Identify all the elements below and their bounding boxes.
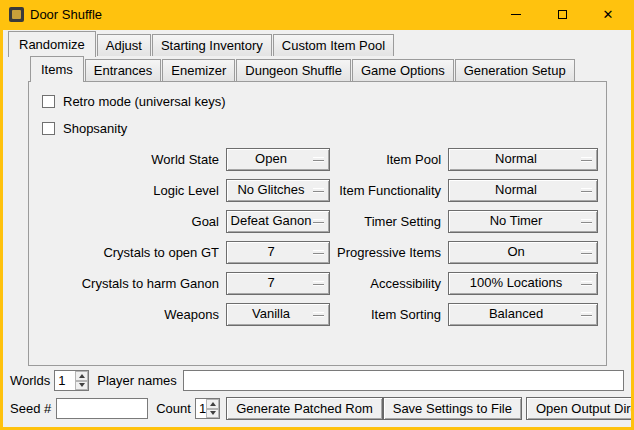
world-state-label: World State <box>151 152 219 167</box>
tab-items[interactable]: Items <box>30 56 84 82</box>
progressive-items-label: Progressive Items <box>337 245 441 260</box>
close-icon: ✕ <box>603 8 614 21</box>
dropdown-indicator-icon <box>313 219 324 223</box>
retro-mode-label: Retro mode (universal keys) <box>63 94 226 109</box>
count-spinner[interactable]: 1 <box>195 398 220 419</box>
shopsanity-row: Shopsanity <box>42 121 596 136</box>
crystals-gt-dropdown[interactable]: 7 <box>226 241 330 264</box>
count-down-button[interactable] <box>206 409 219 419</box>
item-sorting-dropdown[interactable]: Balanced <box>448 303 598 326</box>
tab-starting-inventory[interactable]: Starting Inventory <box>152 34 272 56</box>
bottom-controls: Worlds 1 Player names Seed # Count 1 <box>3 366 631 427</box>
titlebar: Door Shuffle ✕ <box>3 0 631 30</box>
worlds-row: Worlds 1 Player names <box>10 370 624 391</box>
worlds-up-button[interactable] <box>75 371 88 381</box>
tab-entrances[interactable]: Entrances <box>85 59 162 81</box>
player-names-label: Player names <box>97 373 176 388</box>
seed-input[interactable] <box>56 398 148 419</box>
item-functionality-dropdown[interactable]: Normal <box>448 179 598 202</box>
tab-generation-setup[interactable]: Generation Setup <box>455 59 575 81</box>
save-settings-button[interactable]: Save Settings to File <box>383 397 522 420</box>
tab-game-options[interactable]: Game Options <box>352 59 454 81</box>
goal-dropdown[interactable]: Defeat Ganon <box>226 210 330 233</box>
weapons-dropdown[interactable]: Vanilla <box>226 303 330 326</box>
crystals-gt-value: 7 <box>267 244 274 259</box>
player-names-input[interactable] <box>183 370 624 391</box>
item-pool-dropdown[interactable]: Normal <box>448 148 598 171</box>
minimize-icon <box>511 14 521 15</box>
tab-custom-item-pool[interactable]: Custom Item Pool <box>273 34 394 56</box>
dropdown-indicator-icon <box>313 281 324 285</box>
tab-dungeon-shuffle[interactable]: Dungeon Shuffle <box>236 59 351 81</box>
sub-tab-bar: Items Entrances Enemizer Dungeon Shuffle… <box>3 58 631 81</box>
dropdown-indicator-icon <box>581 219 592 223</box>
client-area: Randomize Adjust Starting Inventory Cust… <box>3 30 631 427</box>
items-pane: Retro mode (universal keys) Shopsanity W… <box>28 81 607 366</box>
crystals-ganon-dropdown[interactable]: 7 <box>226 272 330 295</box>
dropdown-indicator-icon <box>581 188 592 192</box>
shopsanity-checkbox[interactable] <box>42 122 55 135</box>
logic-level-value: No Glitches <box>237 182 304 197</box>
goal-label: Goal <box>192 214 219 229</box>
seed-row: Seed # Count 1 Generate Patched Rom Save… <box>10 397 624 420</box>
crystals-ganon-label: Crystals to harm Ganon <box>82 276 219 291</box>
worlds-down-button[interactable] <box>75 381 88 391</box>
progressive-items-dropdown[interactable]: On <box>448 241 598 264</box>
count-spinner-arrows <box>206 399 219 418</box>
tab-randomize[interactable]: Randomize <box>8 31 96 57</box>
dropdown-indicator-icon <box>581 281 592 285</box>
weapons-value: Vanilla <box>252 306 290 321</box>
timer-setting-value: No Timer <box>490 213 543 228</box>
app-icon <box>9 7 24 22</box>
logic-level-label: Logic Level <box>153 183 219 198</box>
window-title: Door Shuffle <box>30 7 102 22</box>
crystals-ganon-value: 7 <box>267 275 274 290</box>
retro-mode-row: Retro mode (universal keys) <box>42 94 596 109</box>
accessibility-value: 100% Locations <box>470 275 563 290</box>
open-output-directory-button[interactable]: Open Output Directory <box>526 397 631 420</box>
down-arrow-icon <box>210 411 216 415</box>
world-state-dropdown[interactable]: Open <box>226 148 330 171</box>
up-arrow-icon <box>210 402 216 406</box>
up-arrow-icon <box>79 374 85 378</box>
timer-setting-label: Timer Setting <box>364 214 441 229</box>
count-label: Count <box>156 401 191 416</box>
app-window: Door Shuffle ✕ Randomize Adjust Starting… <box>0 0 634 430</box>
shopsanity-label: Shopsanity <box>63 121 127 136</box>
tab-adjust[interactable]: Adjust <box>97 34 151 56</box>
item-sorting-value: Balanced <box>489 306 543 321</box>
goal-value: Defeat Ganon <box>231 213 312 228</box>
item-pool-value: Normal <box>495 151 537 166</box>
accessibility-label: Accessibility <box>370 276 441 291</box>
tab-enemizer[interactable]: Enemizer <box>162 59 235 81</box>
logic-level-dropdown[interactable]: No Glitches <box>226 179 330 202</box>
worlds-value: 1 <box>55 371 75 390</box>
retro-mode-checkbox[interactable] <box>42 95 55 108</box>
item-functionality-label: Item Functionality <box>339 183 441 198</box>
item-sorting-label: Item Sorting <box>371 307 441 322</box>
main-tab-bar: Randomize Adjust Starting Inventory Cust… <box>3 33 631 56</box>
close-button[interactable]: ✕ <box>585 0 631 30</box>
dropdown-indicator-icon <box>313 250 324 254</box>
worlds-spinner[interactable]: 1 <box>54 370 89 391</box>
minimize-button[interactable] <box>493 0 539 30</box>
maximize-button[interactable] <box>539 0 585 30</box>
worlds-label: Worlds <box>10 373 50 388</box>
dropdown-indicator-icon <box>313 312 324 316</box>
count-up-button[interactable] <box>206 399 219 409</box>
dropdown-indicator-icon <box>581 157 592 161</box>
dropdown-indicator-icon <box>581 312 592 316</box>
accessibility-dropdown[interactable]: 100% Locations <box>448 272 598 295</box>
seed-label: Seed # <box>10 401 51 416</box>
window-controls: ✕ <box>493 0 631 30</box>
maximize-icon <box>558 10 567 19</box>
world-state-value: Open <box>255 151 287 166</box>
timer-setting-dropdown[interactable]: No Timer <box>448 210 598 233</box>
generate-patched-rom-button[interactable]: Generate Patched Rom <box>226 397 383 420</box>
item-functionality-value: Normal <box>495 182 537 197</box>
dropdown-grid: World State Open Item Pool Normal Logic … <box>39 148 596 326</box>
down-arrow-icon <box>79 383 85 387</box>
item-pool-label: Item Pool <box>386 152 441 167</box>
progressive-items-value: On <box>507 244 524 259</box>
count-value: 1 <box>196 399 206 418</box>
